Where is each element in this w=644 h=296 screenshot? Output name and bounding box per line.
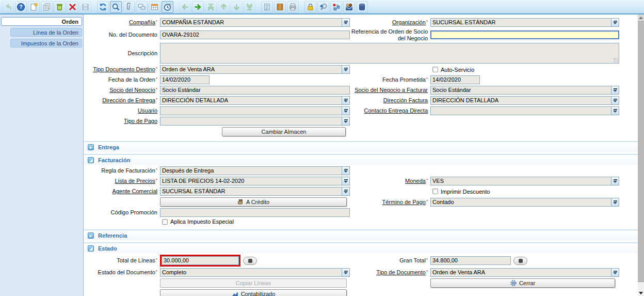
toolbar-delete-selection-button[interactable] [67, 1, 78, 13]
scroll-down-button[interactable] [638, 290, 644, 296]
organizacion-combobox[interactable]: SUCURSAL ESTÁNDAR [430, 18, 619, 27]
dropdown-arrow-icon[interactable] [342, 96, 350, 105]
dropdown-arrow-icon[interactable] [342, 106, 350, 115]
imprimir-descuento-checkbox[interactable] [432, 189, 438, 194]
tipo-doc-destino-label[interactable]: Tipo Documento Destino* [84, 66, 159, 73]
tipo-documento-label[interactable]: Tipo de Documento* [351, 269, 429, 276]
a-credito-button[interactable]: A Crédito [160, 197, 347, 207]
regla-facturacion-combobox[interactable]: Después de Entrega [160, 166, 350, 175]
resize-handle-icon[interactable] [614, 58, 618, 63]
section-referencia[interactable]: ▸ Referencia [84, 229, 638, 240]
section-estado[interactable]: ◢ Estado [84, 242, 638, 253]
toolbar-print-button[interactable] [287, 1, 299, 13]
tab-impuestos-de-la-orden[interactable]: Impuestos de la Orden [10, 39, 82, 48]
compania-combobox[interactable]: COMPAÑIA ESTÁNDAR [160, 18, 350, 27]
toolbar-chat-button[interactable] [136, 1, 148, 13]
usuario-label[interactable]: Usuario [84, 107, 159, 114]
cambiar-almacen-button[interactable]: Cambiar Almacen [222, 127, 346, 136]
toolbar-archive-button[interactable] [274, 1, 286, 13]
toolbar-zoom-across-button[interactable] [317, 1, 329, 13]
section-facturacion[interactable]: ◢ Facturación [84, 154, 638, 165]
toolbar-help-button[interactable]: ? [15, 1, 27, 13]
dropdown-arrow-icon[interactable] [342, 65, 350, 74]
termino-pago-combobox[interactable]: Contado [430, 198, 619, 207]
dropdown-arrow-icon[interactable] [342, 268, 350, 277]
toolbar-workflow-button[interactable] [330, 1, 342, 13]
dropdown-arrow-icon[interactable] [611, 96, 619, 105]
scroll-up-button[interactable] [638, 14, 644, 21]
socio-facturar-label[interactable]: Socio del Negocio a Facturar [351, 87, 429, 94]
section-entrega[interactable]: ▸ Entrega [84, 141, 638, 152]
socio-negocio-field[interactable]: Socio Estándar [160, 86, 350, 95]
descripcion-textarea[interactable] [160, 43, 619, 64]
moneda-label[interactable]: Moneda* [351, 178, 429, 184]
total-lineas-field[interactable]: 30.000,00 [162, 256, 239, 265]
dropdown-arrow-icon[interactable] [342, 117, 350, 126]
toolbar-find-button[interactable] [110, 1, 122, 13]
dropdown-arrow-icon[interactable] [611, 198, 619, 207]
dropdown-arrow-icon[interactable] [611, 268, 619, 277]
toolbar-history-button[interactable] [162, 1, 173, 13]
lista-precios-combobox[interactable]: LISTA DE PRECIOS 14-02-2020 [160, 177, 350, 185]
gran-total-field[interactable]: 34.800,00 [430, 256, 511, 265]
auto-servicio-checkbox[interactable] [432, 67, 438, 72]
toolbar-product-info-button[interactable] [356, 1, 368, 13]
toolbar-detail-record-button[interactable] [192, 1, 204, 13]
estado-documento-combobox[interactable]: Completo [160, 268, 350, 277]
fecha-prometida-field[interactable]: 14/02/2020 [430, 75, 480, 84]
expand-section-icon[interactable]: ▸ [88, 232, 94, 239]
toolbar-request-button[interactable] [343, 1, 355, 13]
dropdown-arrow-icon[interactable] [342, 187, 350, 196]
dropdown-arrow-icon[interactable] [342, 177, 350, 185]
toolbar-copy-button[interactable] [41, 1, 53, 13]
tipo-pago-label[interactable]: Tipo de Pago [84, 118, 159, 124]
contacto-entrega-combobox[interactable] [430, 106, 619, 115]
dropdown-arrow-icon[interactable] [611, 106, 619, 115]
no-documento-field[interactable]: OVARA-29102 [160, 30, 350, 39]
collapse-section-icon[interactable]: ◢ [88, 157, 94, 163]
direccion-entrega-combobox[interactable]: DIRECCIÓN DETALLADA [160, 96, 350, 105]
toolbar-report-button[interactable] [261, 1, 273, 13]
toolbar-grid-toggle-button[interactable] [149, 1, 160, 13]
contacto-entrega-label[interactable]: Contacto Entrega Directa [351, 107, 429, 114]
toolbar-refresh-button[interactable] [97, 1, 109, 13]
vertical-scrollbar[interactable] [638, 14, 644, 296]
lista-precios-label[interactable]: Lista de Precios* [84, 178, 159, 184]
termino-pago-label[interactable]: Término de Pago* [351, 199, 429, 206]
tipo-doc-destino-combobox[interactable]: Orden de Venta ARA [160, 65, 350, 74]
aplica-impuesto-checkbox[interactable] [162, 219, 168, 225]
toolbar-delete-button[interactable] [54, 1, 66, 13]
expand-section-icon[interactable]: ▸ [88, 144, 94, 150]
dropdown-arrow-icon[interactable] [342, 18, 350, 27]
tipo-documento-combobox[interactable]: Orden de Venta ARA [430, 268, 619, 277]
direccion-factura-combobox[interactable]: DIRECCIÓN DETALLADA [430, 96, 619, 105]
dropdown-arrow-icon[interactable] [342, 166, 350, 175]
direccion-factura-label[interactable]: Dirección Factura [351, 97, 429, 104]
compania-label[interactable]: Compañía* [84, 19, 159, 26]
toolbar-lock-button[interactable] [304, 1, 316, 13]
dropdown-arrow-icon[interactable] [611, 177, 619, 185]
usuario-combobox[interactable] [160, 106, 350, 115]
calculator-button[interactable] [513, 257, 527, 265]
tab-linea-de-la-orden[interactable]: Línea de la Orden [10, 28, 82, 37]
agente-comercial-combobox[interactable]: SUCURSAL ESTÁNDAR [160, 187, 350, 196]
scrollbar-thumb[interactable] [638, 21, 644, 282]
referencia-socio-field[interactable] [430, 30, 619, 39]
organizacion-label[interactable]: Organización* [351, 19, 429, 26]
contabilizado-button[interactable]: Contabilizado [160, 289, 347, 296]
copiar-lineas-button[interactable]: Copiar Líneas [160, 278, 347, 288]
toolbar-attachment-button[interactable] [123, 1, 135, 13]
direccion-entrega-label[interactable]: Dirección de Entrega* [84, 97, 159, 104]
fecha-orden-field[interactable]: 14/02/2020 [160, 75, 210, 84]
moneda-combobox[interactable]: VES [430, 177, 619, 185]
dropdown-arrow-icon[interactable] [611, 86, 619, 95]
socio-facturar-combobox[interactable]: Socio Estándar [430, 86, 619, 95]
codigo-promocion-field[interactable] [160, 208, 350, 217]
dropdown-arrow-icon[interactable] [611, 18, 619, 27]
socio-negocio-label[interactable]: Socio del Negocio* [84, 87, 159, 94]
calculator-button[interactable] [243, 257, 257, 265]
tab-orden[interactable]: Orden [1, 17, 82, 26]
collapse-section-icon[interactable]: ◢ [88, 245, 94, 252]
toolbar-new-button[interactable] [28, 1, 40, 13]
cerrar-button[interactable]: Cerrar [430, 278, 615, 288]
